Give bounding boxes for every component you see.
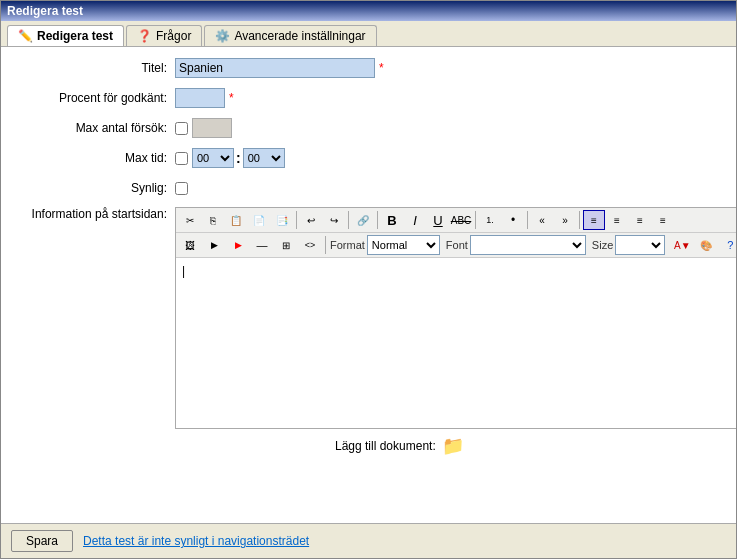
toolbar-sep-2 (348, 211, 349, 229)
toolbar-sep-6 (579, 211, 580, 229)
time-colon: : (236, 150, 241, 166)
toolbar-row-1: ✂ ⎘ 📋 📄 📑 ↩ ↪ 🔗 B I U ABC (176, 208, 736, 233)
save-button[interactable]: Spara (11, 530, 73, 552)
toolbar-sep-5 (527, 211, 528, 229)
format-label: Format (330, 239, 365, 251)
tab-fragor[interactable]: ❓ Frågor (126, 25, 202, 46)
synlig-row: Synlig: (15, 177, 722, 199)
max-tid-label: Max tid: (15, 151, 175, 165)
indent-button[interactable]: » (554, 210, 576, 230)
youtube-button[interactable]: ▶ (227, 235, 249, 255)
align-right-button[interactable]: ≡ (629, 210, 651, 230)
max-forsok-checkbox[interactable] (175, 122, 188, 135)
tab-avancerade[interactable]: ⚙️ Avancerade inställningar (204, 25, 376, 46)
toolbar-sep-3 (377, 211, 378, 229)
add-doc-label: Lägg till dokument: (335, 439, 436, 453)
toolbar-sep-7 (325, 236, 326, 254)
max-forsok-input[interactable] (192, 118, 232, 138)
synlig-checkbox[interactable] (175, 182, 188, 195)
paste-text-button[interactable]: 📄 (248, 210, 270, 230)
undo-button[interactable]: ↩ (300, 210, 322, 230)
add-doc-icon[interactable]: 📁 (442, 435, 464, 457)
window-title: Redigera test (7, 4, 83, 18)
main-window: Redigera test ✏️ Redigera test ❓ Frågor … (0, 0, 737, 559)
strikethrough-button[interactable]: ABC (450, 210, 472, 230)
info-label: Information på startsidan: (15, 207, 175, 221)
align-center-button[interactable]: ≡ (606, 210, 628, 230)
link-button[interactable]: 🔗 (352, 210, 374, 230)
procent-row: Procent för godkänt: * (15, 87, 722, 109)
font-select[interactable]: Arial Times New Roman (470, 235, 586, 255)
titel-row: Titel: * (15, 57, 722, 79)
align-left-button[interactable]: ≡ (583, 210, 605, 230)
cursor-indicator: | (182, 264, 185, 278)
italic-button[interactable]: I (404, 210, 426, 230)
image-button[interactable]: 🖼 (179, 235, 201, 255)
time-hours-select[interactable]: 00 (192, 148, 234, 168)
main-content: Titel: * Procent för godkänt: * Max anta… (1, 47, 736, 523)
help-button[interactable]: ? (719, 235, 736, 255)
title-bar: Redigera test (1, 1, 736, 21)
toolbar-row-2: 🖼 ▶ ▶ — ⊞ <> Format Normal Heading 1 Hea… (176, 233, 736, 258)
redigera-tab-label: Redigera test (37, 29, 113, 43)
max-forsok-label: Max antal försök: (15, 121, 175, 135)
redigera-tab-icon: ✏️ (18, 29, 33, 43)
format-select[interactable]: Normal Heading 1 Heading 2 (367, 235, 440, 255)
avancerade-tab-label: Avancerade inställningar (234, 29, 365, 43)
editor-container: ✂ ⎘ 📋 📄 📑 ↩ ↪ 🔗 B I U ABC (175, 207, 736, 429)
add-doc-row: Lägg till dokument: 📁 (335, 435, 736, 457)
max-tid-checkbox[interactable] (175, 152, 188, 165)
max-tid-row: Max tid: 00 : 00 (15, 147, 722, 169)
source-button[interactable]: <> (299, 235, 321, 255)
nav-info-link[interactable]: Detta test är inte synligt i navigations… (83, 534, 309, 548)
align-justify-button[interactable]: ≡ (652, 210, 674, 230)
toolbar-sep-4 (475, 211, 476, 229)
underline-button[interactable]: U (427, 210, 449, 230)
procent-required: * (229, 91, 234, 105)
table-button[interactable]: ⊞ (275, 235, 297, 255)
toolbar-sep-1 (296, 211, 297, 229)
procent-input[interactable] (175, 88, 225, 108)
bold-button[interactable]: B (381, 210, 403, 230)
font-label: Font (446, 239, 468, 251)
max-forsok-row: Max antal försök: (15, 117, 722, 139)
flash-button[interactable]: ▶ (203, 235, 225, 255)
avancerade-tab-icon: ⚙️ (215, 29, 230, 43)
paste-button[interactable]: 📋 (225, 210, 247, 230)
editor-content-area[interactable]: | (176, 258, 736, 428)
bottom-bar: Spara Detta test är inte synligt i navig… (1, 523, 736, 558)
time-controls: 00 : 00 (192, 148, 285, 168)
synlig-label: Synlig: (15, 181, 175, 195)
bg-color-button[interactable]: 🎨 (695, 235, 717, 255)
size-select[interactable]: 10 12 14 (615, 235, 665, 255)
font-color-button[interactable]: A▼ (671, 235, 693, 255)
outdent-button[interactable]: « (531, 210, 553, 230)
titel-label: Titel: (15, 61, 175, 75)
procent-label: Procent för godkänt: (15, 91, 175, 105)
cut-button[interactable]: ✂ (179, 210, 201, 230)
ol-button[interactable]: 1. (479, 210, 501, 230)
redo-button[interactable]: ↪ (323, 210, 345, 230)
info-row: Information på startsidan: ✂ ⎘ 📋 📄 📑 ↩ ↪ (15, 207, 722, 457)
copy-button[interactable]: ⎘ (202, 210, 224, 230)
paste-word-button[interactable]: 📑 (271, 210, 293, 230)
fragor-tab-icon: ❓ (137, 29, 152, 43)
time-minutes-select[interactable]: 00 (243, 148, 285, 168)
ul-button[interactable]: • (502, 210, 524, 230)
titel-required: * (379, 61, 384, 75)
editor-wrapper: ✂ ⎘ 📋 📄 📑 ↩ ↪ 🔗 B I U ABC (175, 207, 736, 457)
hr-button[interactable]: — (251, 235, 273, 255)
fragor-tab-label: Frågor (156, 29, 191, 43)
tab-bar: ✏️ Redigera test ❓ Frågor ⚙️ Avancerade … (1, 21, 736, 47)
titel-input[interactable] (175, 58, 375, 78)
tab-redigera[interactable]: ✏️ Redigera test (7, 25, 124, 46)
size-label: Size (592, 239, 613, 251)
